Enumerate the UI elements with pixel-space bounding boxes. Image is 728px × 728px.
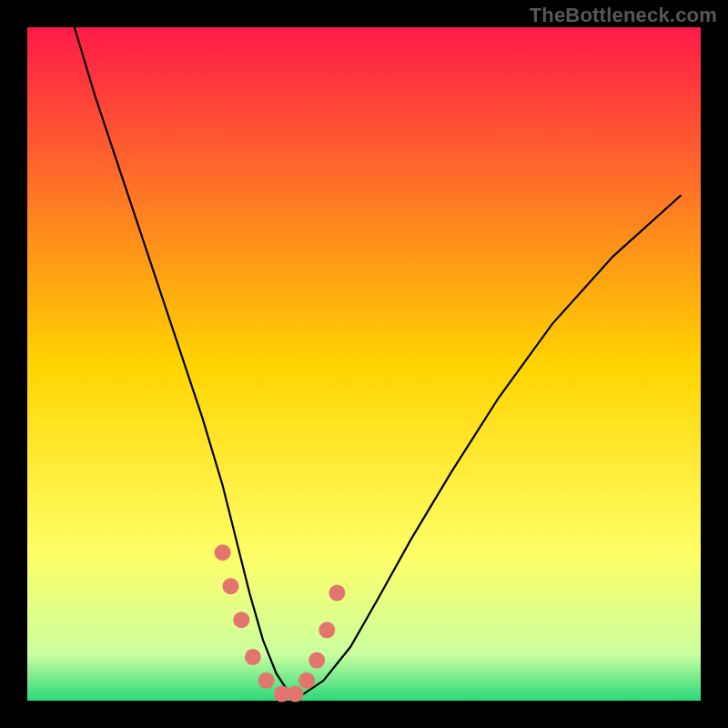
highlight-dot — [245, 649, 261, 665]
highlight-dot — [308, 652, 325, 669]
highlight-dot — [258, 672, 275, 689]
highlight-dot — [288, 686, 304, 703]
highlight-dot — [318, 622, 335, 638]
highlight-dot — [223, 578, 239, 594]
highlight-dot — [298, 672, 315, 689]
chart-stage: TheBottleneck.com — [0, 0, 728, 728]
highlight-dot — [329, 585, 345, 602]
highlight-dot — [233, 612, 249, 628]
highlight-dot — [215, 544, 231, 561]
plot-area — [27, 27, 701, 701]
chart-svg — [0, 0, 728, 728]
watermark-text: TheBottleneck.com — [530, 4, 717, 27]
